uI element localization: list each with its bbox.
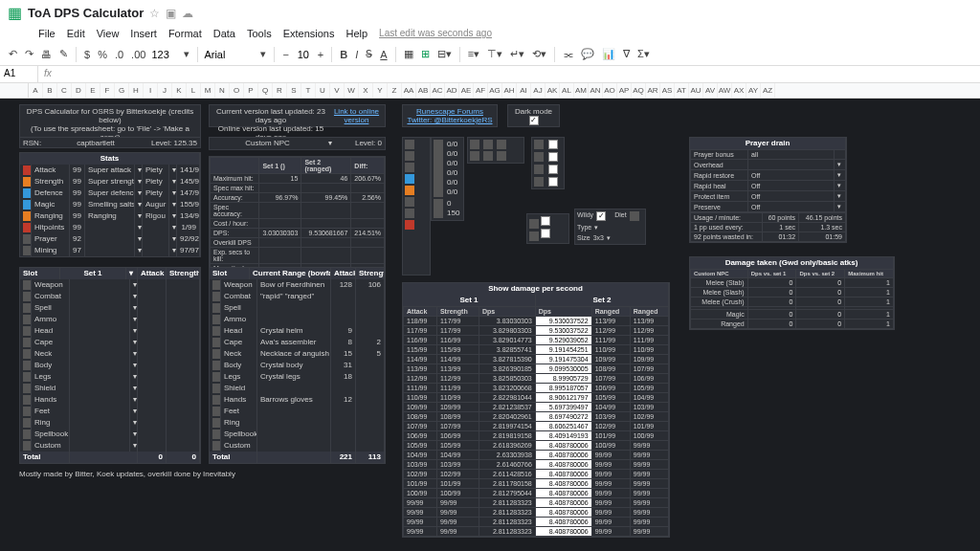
col-J[interactable]: J (158, 83, 172, 98)
borders-icon[interactable]: ⊞ (418, 46, 433, 62)
slot-icon[interactable] (405, 174, 414, 184)
size-dec[interactable]: − (279, 47, 291, 62)
align-icon[interactable]: ≡▾ (465, 46, 482, 62)
col-O[interactable]: O (230, 83, 244, 98)
col-AC[interactable]: AC (431, 83, 445, 98)
col-M[interactable]: M (201, 83, 215, 98)
col-X[interactable]: X (359, 83, 373, 98)
menu-edit[interactable]: Edit (67, 28, 85, 39)
text-color-icon[interactable]: A (377, 47, 390, 62)
heart-icon[interactable] (405, 220, 414, 230)
col-D[interactable]: D (72, 83, 86, 98)
rsn-name[interactable]: captbartlett (49, 138, 143, 147)
slot-icon[interactable] (405, 186, 414, 195)
name-box[interactable]: A1 (0, 66, 38, 82)
col-AO[interactable]: AO (603, 83, 617, 98)
edit-history[interactable]: Last edit was seconds ago (379, 28, 492, 39)
col-R[interactable]: R (273, 83, 287, 98)
col-AY[interactable]: AY (746, 83, 761, 98)
col-AN[interactable]: AN (589, 83, 603, 98)
col-H[interactable]: H (129, 83, 144, 98)
menu-extensions[interactable]: Extensions (283, 28, 335, 39)
npc-name[interactable]: Custom NPC (210, 138, 325, 149)
zoom-input[interactable] (150, 48, 179, 61)
slot-icon[interactable] (405, 151, 414, 161)
col-AM[interactable]: AM (574, 83, 589, 98)
undo-icon[interactable]: ↶ (6, 46, 20, 62)
size-inc[interactable]: + (315, 47, 326, 62)
menu-format[interactable]: Format (168, 28, 202, 39)
col-Y[interactable]: Y (373, 83, 388, 98)
slot-icon[interactable] (405, 163, 414, 172)
chart-icon[interactable]: 📊 (599, 46, 618, 62)
dec-more-icon[interactable]: .00 (128, 47, 148, 62)
col-AH[interactable]: AH (502, 83, 517, 98)
col-AW[interactable]: AW (718, 83, 732, 98)
col-I[interactable]: I (144, 83, 158, 98)
formula-bar[interactable]: A1 fx (0, 66, 980, 83)
move-icon[interactable]: ▣ (166, 7, 176, 20)
currency-icon[interactable]: $ (81, 47, 93, 62)
slot-icon[interactable] (405, 197, 414, 207)
col-Q[interactable]: Q (258, 83, 273, 98)
print-icon[interactable]: 🖶 (38, 47, 55, 62)
col-Z[interactable]: Z (388, 83, 402, 98)
col-AV[interactable]: AV (703, 83, 718, 98)
col-AS[interactable]: AS (660, 83, 675, 98)
col-AT[interactable]: AT (675, 83, 689, 98)
col-AZ[interactable]: AZ (761, 83, 775, 98)
doc-title[interactable]: ToA DPS Calculator (28, 6, 144, 20)
link-icon[interactable]: ⫘ (560, 47, 576, 62)
col-F[interactable]: F (100, 83, 115, 98)
col-AF[interactable]: AF (474, 83, 488, 98)
col-AU[interactable]: AU (689, 83, 703, 98)
col-P[interactable]: P (244, 83, 258, 98)
merge-icon[interactable]: ⊟▾ (434, 46, 455, 62)
menu-tools[interactable]: Tools (247, 28, 272, 39)
col-AI[interactable]: AI (517, 83, 531, 98)
size-input[interactable] (294, 48, 313, 61)
slot-icon[interactable] (405, 140, 414, 149)
link-twitter[interactable]: Twitter: @BitterkoekjeRS (405, 116, 495, 124)
cloud-icon[interactable]: ☁ (182, 7, 193, 20)
percent-icon[interactable]: % (95, 47, 110, 62)
link-online[interactable]: Link to online version (330, 107, 383, 124)
col-AP[interactable]: AP (617, 83, 632, 98)
dec-less-icon[interactable]: .0 (112, 47, 126, 62)
col-U[interactable]: U (316, 83, 330, 98)
menu-data[interactable]: Data (213, 28, 235, 39)
col-AL[interactable]: AL (560, 83, 574, 98)
link-forums[interactable]: Runescape Forums (405, 107, 495, 116)
col-G[interactable]: G (115, 83, 129, 98)
col-A[interactable]: A (29, 83, 43, 98)
filter-icon[interactable]: ∇ (620, 46, 633, 62)
col-AB[interactable]: AB (416, 83, 431, 98)
wrap-icon[interactable]: ↵▾ (507, 46, 527, 62)
col-N[interactable]: N (215, 83, 230, 98)
star-icon[interactable]: ☆ (149, 7, 160, 20)
col-E[interactable]: E (86, 83, 100, 98)
col-AG[interactable]: AG (488, 83, 502, 98)
col-AR[interactable]: AR (646, 83, 660, 98)
fill-icon[interactable]: ▦ (401, 46, 416, 62)
comment-icon[interactable]: 💬 (578, 46, 597, 62)
col-AD[interactable]: AD (445, 83, 459, 98)
col-AJ[interactable]: AJ (531, 83, 546, 98)
menu-insert[interactable]: Insert (130, 28, 157, 39)
col-L[interactable]: L (187, 83, 201, 98)
col-AK[interactable]: AK (546, 83, 560, 98)
font-input[interactable] (203, 48, 256, 61)
col-AX[interactable]: AX (732, 83, 746, 98)
col-W[interactable]: W (345, 83, 359, 98)
menu-help[interactable]: Help (345, 28, 368, 39)
menu-file[interactable]: File (38, 28, 56, 39)
dark-mode-checkbox[interactable] (529, 116, 539, 125)
col-K[interactable]: K (172, 83, 187, 98)
valign-icon[interactable]: ⊤▾ (484, 46, 505, 62)
col-B[interactable]: B (43, 83, 57, 98)
redo-icon[interactable]: ↷ (22, 46, 36, 62)
bold-icon[interactable]: B (337, 47, 350, 62)
col-AE[interactable]: AE (459, 83, 474, 98)
paint-icon[interactable]: ✎ (56, 46, 71, 62)
slot-icon[interactable] (405, 209, 414, 218)
